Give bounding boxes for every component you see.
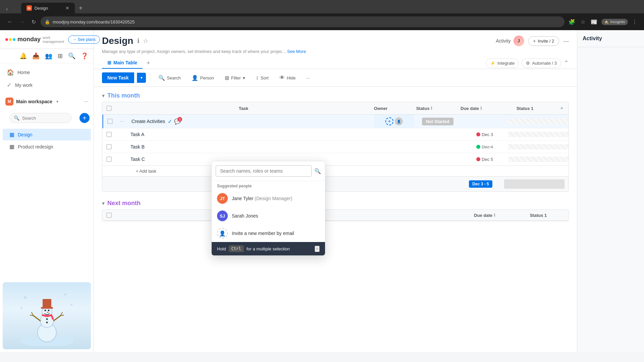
inbox-icon[interactable]: 📥 xyxy=(32,52,40,60)
activity-btn[interactable]: Activity J xyxy=(496,36,524,46)
bell-icon[interactable]: 🔔 xyxy=(19,52,27,60)
search-add-row: 🔍 + xyxy=(0,109,94,127)
check-task-icon[interactable]: ✓ xyxy=(168,118,172,125)
sidebar-item-design[interactable]: ▦ Design xyxy=(3,129,91,140)
invite-btn[interactable]: + Invite / 2 xyxy=(528,36,559,46)
group-collapse-btn[interactable]: ▾ xyxy=(102,93,105,99)
board-more-btn[interactable]: ··· xyxy=(563,37,569,45)
sidebar-top-icons: 🔔 📥 👥 ⊞ 🔍 ❓ xyxy=(0,49,94,63)
new-task-dropdown-btn[interactable]: ▾ xyxy=(137,73,146,83)
tab-close-btn[interactable]: ✕ xyxy=(65,5,69,11)
forward-btn[interactable]: › xyxy=(11,5,17,13)
td-owner-2[interactable] xyxy=(374,132,414,137)
duedate-info-icon[interactable]: ℹ xyxy=(480,106,482,111)
help-icon[interactable]: ❓ xyxy=(81,52,88,60)
browser-reload-btn[interactable]: ↻ xyxy=(30,17,38,26)
th-checkbox[interactable] xyxy=(102,102,116,114)
new-task-btn[interactable]: New Task xyxy=(102,72,134,83)
td-checkbox-3[interactable] xyxy=(102,141,116,153)
td-status-2[interactable] xyxy=(414,132,461,137)
search-box[interactable]: 🔍 xyxy=(9,113,71,123)
hide-btn[interactable]: 👁 Hide xyxy=(275,73,300,83)
tab-favicon: m xyxy=(26,5,32,11)
activity-label: Activity xyxy=(496,38,511,44)
nav-home[interactable]: 🏠 Home xyxy=(0,66,94,79)
filter-label: Filter xyxy=(231,75,241,80)
invite-row[interactable]: 👤 Invite a new member by email xyxy=(212,225,325,242)
th-add-column[interactable]: + xyxy=(555,105,569,111)
td-owner-1[interactable]: + 👤 xyxy=(374,115,414,128)
owner-search-input[interactable] xyxy=(216,165,312,177)
search-input[interactable] xyxy=(22,116,67,121)
row-checkbox-4[interactable] xyxy=(106,157,112,162)
workspace-more-btn[interactable]: ··· xyxy=(84,99,88,105)
nav-my-work[interactable]: ✓ My work xyxy=(0,79,94,92)
person-btn[interactable]: 👤 Person xyxy=(187,73,218,83)
apps-icon[interactable]: ⊞ xyxy=(58,52,63,60)
td-owner-3[interactable] xyxy=(374,144,414,149)
more-toolbar-btn[interactable]: ··· xyxy=(302,73,314,82)
see-more-link[interactable]: See More xyxy=(287,49,306,54)
tab-main-table[interactable]: ⊞ Main Table xyxy=(102,57,143,69)
integrate-btn[interactable]: ⚡ Integrate xyxy=(486,58,519,68)
person-avatar-sarah: SJ xyxy=(217,210,228,221)
invite-text: Invite a new member by email xyxy=(232,231,294,236)
filter-icon: ⊞ xyxy=(225,75,229,81)
conversation-icon[interactable]: 💬1 xyxy=(174,118,181,125)
nm-header-checkbox[interactable] xyxy=(106,213,112,218)
td-checkbox-4[interactable] xyxy=(102,153,116,165)
td-task-3: Task B xyxy=(126,141,374,153)
td-status-1[interactable]: Not Started xyxy=(414,115,461,128)
hold-tip-close-btn[interactable]: ✕ xyxy=(315,246,320,252)
add-task-row[interactable]: + Add task xyxy=(102,166,569,176)
info-icon[interactable]: ℹ xyxy=(137,37,140,45)
browser-forward-btn[interactable]: → xyxy=(17,17,27,26)
group-next-month-collapse-btn[interactable]: ▾ xyxy=(102,200,105,206)
nm-duedate-info[interactable]: ℹ xyxy=(494,213,495,218)
sort-btn[interactable]: ↕ Sort xyxy=(252,73,273,83)
active-tab[interactable]: m Design ✕ xyxy=(21,3,75,13)
new-tab-btn[interactable]: + xyxy=(76,3,86,13)
row-checkbox-2[interactable] xyxy=(106,132,112,137)
star-btn[interactable]: ☆ xyxy=(579,17,587,26)
status-info-icon[interactable]: ℹ xyxy=(431,106,432,111)
person-item-jane[interactable]: JT Jane Tyler (Design Manager) xyxy=(212,190,325,207)
td-checkbox-1[interactable] xyxy=(103,115,117,127)
td-dots-1[interactable]: ··· xyxy=(117,118,127,124)
td-status-4[interactable] xyxy=(414,157,461,162)
person-item-sarah[interactable]: SJ Sarah Jones xyxy=(212,207,325,225)
sidebar-decoration: ❄ ❄ ❄ ❄ xyxy=(0,280,94,352)
row-checkbox-3[interactable] xyxy=(106,144,112,149)
add-tab-btn[interactable]: + xyxy=(144,58,153,68)
header-checkbox[interactable] xyxy=(106,106,112,111)
group-this-month-header: ▾ This month xyxy=(102,92,569,99)
menu-btn[interactable]: ⋮ xyxy=(631,17,639,26)
td-checkbox-2[interactable] xyxy=(102,128,116,140)
add-board-btn[interactable]: + xyxy=(79,113,90,123)
reader-mode-btn[interactable]: 📰 xyxy=(589,17,599,26)
row-checkbox-1[interactable] xyxy=(107,119,113,124)
user-avatar: J xyxy=(514,36,524,46)
people-icon[interactable]: 👥 xyxy=(45,52,52,60)
td-status-3[interactable] xyxy=(414,144,461,149)
svg-text:❄: ❄ xyxy=(20,306,23,310)
star-icon[interactable]: ☆ xyxy=(143,37,148,45)
filter-btn[interactable]: ⊞ Filter ▾ xyxy=(221,73,249,83)
see-plans-btn[interactable]: → See plans xyxy=(68,36,100,44)
workspace-header[interactable]: M Main workspace ▾ ··· xyxy=(0,94,94,109)
svg-point-8 xyxy=(48,310,49,311)
sort-icon: ↕ xyxy=(256,75,259,81)
td-owner-4[interactable] xyxy=(374,157,414,162)
sidebar-item-product-redesign[interactable]: ▦ Product redesign xyxy=(3,141,91,153)
search-btn[interactable]: 🔍 Search xyxy=(154,73,185,83)
automate-btn[interactable]: ⚙ Automate / 3 xyxy=(522,58,561,68)
browser-back-btn[interactable]: ← xyxy=(5,17,15,26)
extensions-btn[interactable]: 🧩 xyxy=(567,17,577,26)
owner-add-btn[interactable]: + xyxy=(385,117,393,125)
search-icon[interactable]: 🔍 xyxy=(68,52,75,60)
collapse-btn[interactable]: ⌃ xyxy=(564,59,569,67)
hold-tip: Hold Ctrl for a multiple selection ✕ xyxy=(212,242,325,255)
address-bar[interactable]: 🔒 moodjoy.monday.com/boards/1830420525 xyxy=(41,16,565,27)
back-btn[interactable]: ‹ xyxy=(4,5,10,13)
integrate-label: Integrate xyxy=(497,61,515,66)
